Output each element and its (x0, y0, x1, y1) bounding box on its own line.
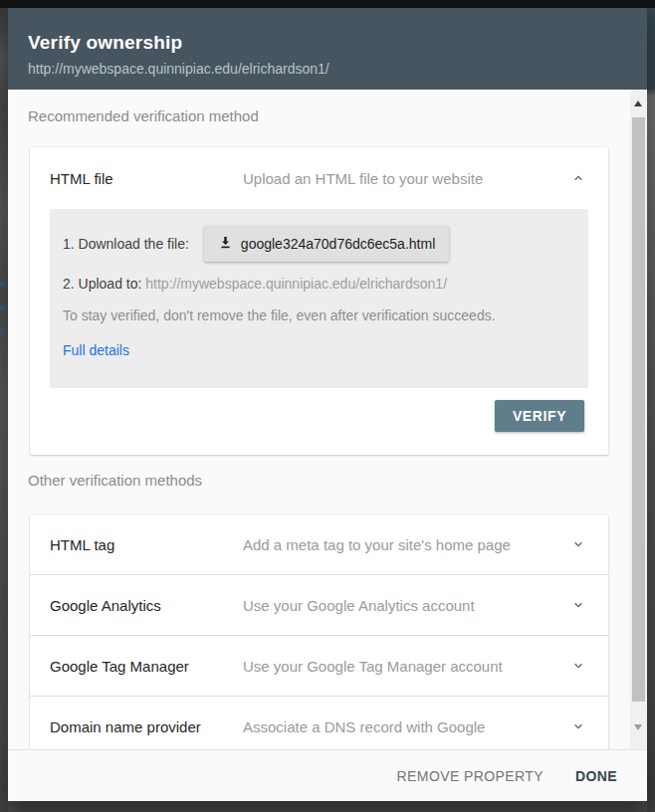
method-description: Upload an HTML file to your website (243, 170, 483, 187)
download-icon (218, 235, 233, 253)
html-file-method-card: HTML file Upload an HTML file to your we… (30, 147, 608, 455)
method-row-html-tag[interactable]: HTML tag Add a meta tag to your site's h… (30, 514, 608, 574)
backdrop-top-band (0, 0, 655, 8)
scroll-arrow-down-icon[interactable] (630, 713, 647, 741)
dialog-footer: REMOVE PROPERTY DONE (8, 749, 647, 801)
other-methods-heading: Other verification methods (28, 472, 202, 489)
full-details-link[interactable]: Full details (63, 342, 129, 358)
download-file-name: google324a70d76dc6ec5a.html (241, 236, 435, 252)
method-name: HTML tag (50, 536, 114, 553)
dialog-title: Verify ownership (28, 8, 627, 54)
method-row-domain-name-provider[interactable]: Domain name provider Associate a DNS rec… (30, 696, 608, 749)
backdrop-artifact (0, 328, 5, 333)
done-button[interactable]: DONE (573, 760, 619, 792)
other-methods-card: HTML tag Add a meta tag to your site's h… (30, 514, 608, 749)
method-description: Use your Google Analytics account (243, 597, 475, 614)
backdrop-left-strip (0, 8, 8, 812)
method-description: Use your Google Tag Manager account (243, 658, 503, 675)
method-name: HTML file (50, 170, 113, 187)
method-description: Associate a DNS record with Google (243, 718, 485, 735)
chevron-down-icon[interactable] (570, 536, 586, 552)
method-row-google-analytics[interactable]: Google Analytics Use your Google Analyti… (30, 574, 608, 635)
download-file-button[interactable]: google324a70d76dc6ec5a.html (204, 226, 449, 262)
method-row-google-tag-manager[interactable]: Google Tag Manager Use your Google Tag M… (30, 635, 608, 696)
recommended-method-heading: Recommended verification method (28, 107, 259, 124)
method-name: Domain name provider (50, 718, 201, 735)
dialog-header: Verify ownership http://mywebspace.quinn… (8, 8, 647, 90)
dialog-body: Recommended verification method HTML fil… (8, 90, 647, 749)
step2-label: 2. Upload to: (63, 276, 141, 292)
chevron-down-icon[interactable] (570, 718, 586, 734)
scrollbar-thumb[interactable] (632, 117, 645, 702)
method-description: Add a meta tag to your site's home page (243, 536, 511, 553)
step1-label: 1. Download the file: (63, 236, 189, 252)
backdrop-artifact (0, 305, 5, 310)
chevron-down-icon[interactable] (570, 658, 586, 674)
chevron-up-icon[interactable] (570, 170, 586, 186)
backdrop-right-strip (647, 8, 655, 812)
stay-verified-note: To stay verified, don't remove the file,… (63, 307, 575, 323)
chevron-down-icon[interactable] (570, 597, 586, 613)
method-name: Google Analytics (50, 597, 161, 614)
method-name: Google Tag Manager (50, 658, 189, 675)
scroll-arrow-up-icon[interactable] (630, 90, 647, 117)
html-file-method-header[interactable]: HTML file Upload an HTML file to your we… (30, 147, 608, 209)
remove-property-button[interactable]: REMOVE PROPERTY (395, 760, 546, 792)
dialog-scrollbar[interactable] (630, 90, 647, 749)
verification-instructions-box: 1. Download the file: google324a70d76dc6… (50, 209, 588, 388)
verify-button[interactable]: VERIFY (495, 400, 584, 432)
verify-ownership-dialog: Verify ownership http://mywebspace.quinn… (8, 8, 647, 801)
backdrop-artifact (0, 282, 5, 287)
step2-upload-url: http://mywebspace.quinnipiac.edu/elricha… (145, 276, 447, 292)
property-url: http://mywebspace.quinnipiac.edu/elricha… (28, 61, 627, 77)
